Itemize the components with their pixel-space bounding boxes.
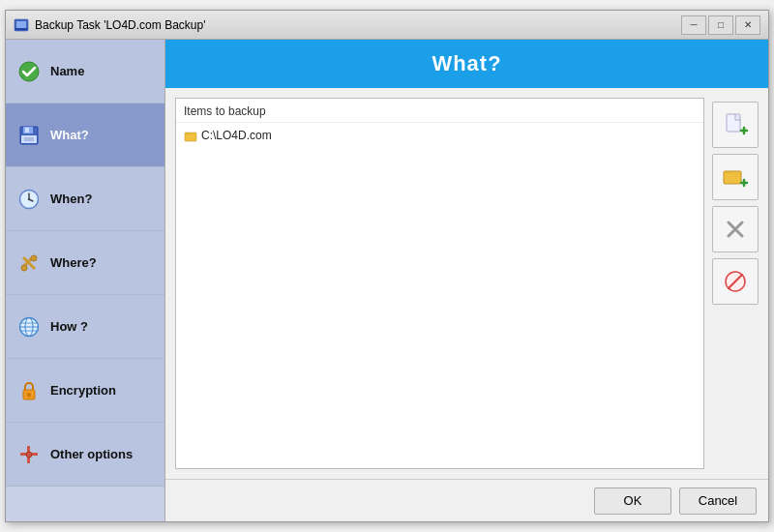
close-button[interactable]: ✕ [735, 15, 760, 35]
items-panel: Items to backup C:\LO4D.com [175, 98, 704, 469]
add-file-icon [722, 111, 749, 138]
window-icon [14, 17, 29, 33]
page-title: What? [432, 51, 501, 76]
maximize-button[interactable]: □ [708, 15, 733, 35]
main-panel: What? Items to backup C:\LO4D.com [165, 40, 768, 521]
sidebar-item-where[interactable]: Where? [6, 231, 164, 295]
svg-rect-1 [16, 21, 26, 28]
svg-point-14 [21, 265, 27, 271]
list-item: C:\LO4D.com [184, 127, 696, 144]
svg-rect-31 [727, 114, 740, 132]
content-area: Name What? [6, 40, 768, 521]
sidebar-name-label: Name [50, 64, 84, 78]
disable-button[interactable] [712, 258, 759, 305]
remove-icon [722, 216, 749, 243]
sidebar-item-what[interactable]: What? [6, 103, 164, 167]
clock-icon [17, 188, 41, 211]
sidebar-item-how[interactable]: How ? [6, 295, 164, 359]
sidebar-item-encryption[interactable]: Encryption [6, 359, 164, 423]
sidebar-how-label: How ? [50, 319, 88, 334]
svg-rect-6 [25, 128, 29, 133]
items-list: C:\LO4D.com [176, 123, 703, 468]
svg-rect-8 [24, 137, 34, 141]
svg-point-29 [26, 452, 32, 458]
sidebar-item-name[interactable]: Name [6, 40, 164, 103]
main-header: What? [165, 40, 768, 88]
svg-point-12 [28, 197, 30, 199]
cancel-button[interactable]: Cancel [679, 488, 757, 515]
floppy-icon [17, 124, 41, 147]
globe-icon [17, 315, 41, 339]
sidebar-other-label: Other options [50, 447, 133, 461]
action-buttons [712, 98, 759, 469]
footer: OK Cancel [165, 479, 768, 521]
sidebar-item-when[interactable]: When? [6, 167, 164, 231]
folder-small-icon [184, 129, 197, 142]
minimize-button[interactable]: ─ [681, 15, 706, 35]
disable-icon [722, 268, 749, 295]
window-title: Backup Task 'LO4D.com Backup' [35, 18, 681, 32]
title-bar: Backup Task 'LO4D.com Backup' ─ □ ✕ [6, 11, 768, 40]
items-panel-title: Items to backup [176, 99, 703, 123]
sidebar-item-other[interactable]: Other options [6, 423, 164, 487]
svg-point-15 [31, 255, 37, 261]
main-body: Items to backup C:\LO4D.com [165, 88, 768, 479]
sidebar: Name What? [6, 40, 165, 521]
item-path: C:\LO4D.com [201, 129, 272, 142]
add-folder-button[interactable] [712, 154, 759, 200]
sidebar-when-label: When? [50, 192, 92, 206]
sidebar-encryption-label: Encryption [50, 383, 116, 398]
add-folder-icon [722, 163, 749, 191]
ok-button[interactable]: OK [594, 488, 671, 515]
main-window: Backup Task 'LO4D.com Backup' ─ □ ✕ Name [5, 10, 769, 522]
remove-button[interactable] [712, 206, 759, 252]
add-file-button[interactable] [712, 102, 759, 148]
lock-icon [17, 379, 41, 402]
window-controls: ─ □ ✕ [681, 15, 760, 35]
sidebar-what-label: What? [50, 128, 89, 142]
sidebar-where-label: Where? [50, 255, 97, 270]
check-icon [17, 60, 41, 83]
tools-icon [17, 443, 41, 466]
svg-rect-2 [15, 28, 27, 30]
wrench-icon [17, 251, 41, 275]
